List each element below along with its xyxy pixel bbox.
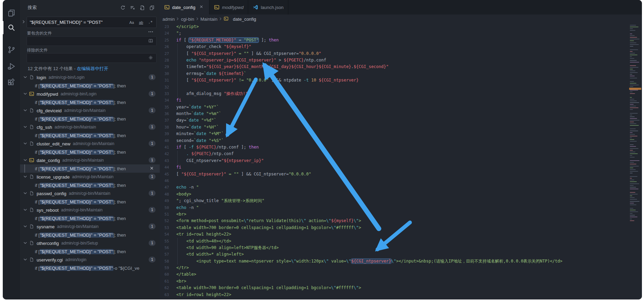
code-line: 40second=`date "+%S"`: [160, 137, 642, 144]
result-file-row[interactable]: userverify.cgiadmin/login1: [20, 256, 160, 264]
code-line: 63<tr id=row1 height=22>: [160, 292, 642, 298]
chevron-down-icon[interactable]: [23, 75, 28, 80]
use-regex-toggle[interactable]: .*: [146, 19, 155, 26]
code-editor[interactable]: 23</script>24";25if [ "${REQUEST_METHOD}…: [160, 23, 642, 299]
tab-modifypwd[interactable]: modifypwd: [209, 0, 248, 15]
result-file-row[interactable]: license_upgradeadmin/cgi-bin/Maintain1: [20, 173, 160, 181]
chevron-down-icon[interactable]: [23, 240, 28, 246]
chevron-down-icon[interactable]: [23, 158, 28, 163]
chevron-down-icon[interactable]: [23, 108, 28, 113]
breadcrumb-segment[interactable]: admin: [162, 17, 175, 22]
search-panel-actions: [119, 4, 156, 11]
activity-item-run-debug[interactable]: [3, 59, 20, 74]
line-content: echo -n ": [176, 184, 199, 191]
activity-item-search[interactable]: [3, 20, 20, 35]
result-match-row[interactable]: if [ "${REQUEST_METHOD}" = "POST" ]; the…: [20, 231, 160, 239]
result-file-row[interactable]: sysnameadmin/cgi-bin/Maintain1: [20, 222, 160, 231]
line-number: 28: [160, 57, 169, 64]
chevron-down-icon[interactable]: [23, 257, 28, 263]
result-count-badge: 1: [149, 174, 156, 180]
breadcrumb-file[interactable]: date_config: [224, 16, 256, 22]
result-match-row[interactable]: if [ "${REQUEST_METHOD}" = "POST" ]; the…: [20, 198, 160, 206]
tab-date_config[interactable]: date_config: [160, 0, 209, 15]
chevron-down-icon[interactable]: [23, 91, 28, 97]
result-file-row[interactable]: cfg_sshadmin/cgi-bin/Maintain1: [20, 123, 160, 131]
line-content: echo -n ": [176, 204, 199, 211]
tab-launch.json[interactable]: launch.json: [248, 0, 288, 15]
code-line: 48<body>: [160, 191, 642, 198]
result-file-row[interactable]: cluster_edit_newadmin/cgi-bin/Maintain1: [20, 140, 160, 148]
code-line: 49"; cgi_show_title "系统管理->系统时间": [160, 198, 642, 204]
chevron-down-icon[interactable]: [23, 207, 28, 213]
activity-item-source-control[interactable]: [3, 42, 20, 57]
code-line: 62<table width=700 border=0 cellspacing=…: [160, 285, 642, 291]
chevron-down-icon[interactable]: [23, 124, 28, 130]
result-match-row[interactable]: if [ "${REQUEST_METHOD}" = "POST" ]; the…: [20, 247, 160, 256]
line-number: 42: [160, 151, 169, 157]
result-file-row[interactable]: sys_rebootadmin/cgi-bin/Maintain1: [20, 206, 160, 214]
result-count-badge: 1: [149, 190, 156, 196]
match-case-toggle[interactable]: Aa: [128, 19, 136, 26]
chevron-down-icon[interactable]: [23, 191, 28, 196]
result-file-name: license_upgrade: [37, 174, 69, 180]
line-content: echo "ntpserver_ip=${CGI_ntpserver}" > $…: [176, 57, 326, 64]
clear-results-icon[interactable]: [129, 4, 136, 11]
shell-file-icon: [224, 16, 229, 22]
tab-close-icon[interactable]: [199, 4, 205, 10]
line-content: <input type=text name=ntpserver style=\"…: [176, 258, 562, 265]
code-line: 38hour=`date "+%H"`: [160, 124, 642, 131]
code-line: 42. ${PGETC}/ntp.conf: [160, 151, 642, 157]
chevron-down-icon[interactable]: [23, 141, 28, 146]
exclude-settings-gear-icon[interactable]: [148, 55, 154, 61]
refresh-icon[interactable]: [119, 4, 127, 11]
result-file-path: admin/cgi-bin/Maintain: [61, 208, 103, 212]
result-count-badge: 1: [149, 223, 156, 229]
code-line: 24";: [160, 30, 642, 37]
code-line: 53<table width=700 border=0 cellspacing=…: [160, 225, 642, 231]
result-file-row[interactable]: date_configadmin/cgi-bin/Maintain1: [20, 156, 160, 164]
result-match-row[interactable]: if [ "${REQUEST_METHOD}" = "POST" -o "${…: [20, 264, 160, 272]
line-number: 49: [160, 198, 169, 204]
open-editors-book-icon[interactable]: [148, 38, 154, 44]
open-in-editor-icon[interactable]: [148, 4, 156, 11]
result-file-row[interactable]: loginadmin/cgi-bin/Login1: [20, 73, 160, 82]
activity-item-explorer[interactable]: [3, 6, 20, 21]
open-in-editor-link[interactable]: 在编辑器中打开: [77, 66, 108, 71]
toggle-search-details-icon[interactable]: [148, 29, 154, 34]
result-match-row[interactable]: if [ "${REQUEST_METHOD}" = "POST" ]; the…: [20, 164, 160, 173]
result-file-row[interactable]: passwd_configadmin/cgi-bin/Maintain1: [20, 189, 160, 198]
new-search-editor-icon[interactable]: [139, 4, 146, 11]
result-match-row[interactable]: if [ "${REQUEST_METHOD}" = "POST" ]; the…: [20, 131, 160, 140]
result-match-row[interactable]: if [ "${REQUEST_METHOD}" = "POST" ]; the…: [20, 115, 160, 123]
result-match-row[interactable]: if [ "${REQUEST_METHOD}" = "POST" ]; the…: [20, 82, 160, 90]
breadcrumb-segment[interactable]: Maintain: [200, 17, 217, 22]
line-content: day=`date "+%d"`: [176, 117, 216, 124]
result-match-row[interactable]: if [ "${REQUEST_METHOD}" = "POST" ]; the…: [20, 214, 160, 222]
breadcrumb-separator-icon: [175, 17, 180, 21]
shell-file-icon: [29, 91, 35, 97]
tab-label: launch.json: [261, 5, 283, 10]
result-file-row[interactable]: modifypwdadmin/cgi-bin/Login1: [20, 90, 160, 98]
result-file-path: admin/cgi-bin/Setup: [61, 241, 98, 246]
dismiss-match-icon[interactable]: [149, 166, 155, 171]
files-include-input[interactable]: [27, 36, 157, 46]
result-file-row[interactable]: otherconfigadmin/cgi-bin/Setup1: [20, 239, 160, 247]
result-match-row[interactable]: if [ "${REQUEST_METHOD}" = "POST" ]; the…: [20, 148, 160, 156]
files-exclude-input[interactable]: [27, 53, 157, 63]
shell-file-icon: [164, 4, 170, 10]
activity-item-extensions[interactable]: [3, 75, 20, 90]
code-line: 33afm_dialog_msg "操作成功!": [160, 90, 642, 97]
search-input[interactable]: [27, 20, 128, 25]
whole-word-toggle[interactable]: ab: [137, 19, 145, 26]
result-file-name: cfg_deviceid: [37, 108, 62, 113]
line-number: 54: [160, 231, 169, 238]
minimap[interactable]: [629, 16, 641, 227]
chevron-down-icon[interactable]: [23, 174, 28, 180]
result-file-row[interactable]: cfg_deviceidadmin/cgi-bin/Maintain1: [20, 106, 160, 115]
result-match-row[interactable]: if [ "${REQUEST_METHOD}" = "POST" ]; the…: [20, 181, 160, 189]
result-match-row[interactable]: if [ "${REQUEST_METHOD}" = "POST" ]; the…: [20, 98, 160, 106]
line-number: 33: [160, 90, 169, 97]
chevron-down-icon[interactable]: [23, 224, 28, 229]
toggle-replace-chevron-icon[interactable]: [21, 19, 26, 26]
breadcrumb-segment[interactable]: cgi-bin: [181, 17, 194, 22]
